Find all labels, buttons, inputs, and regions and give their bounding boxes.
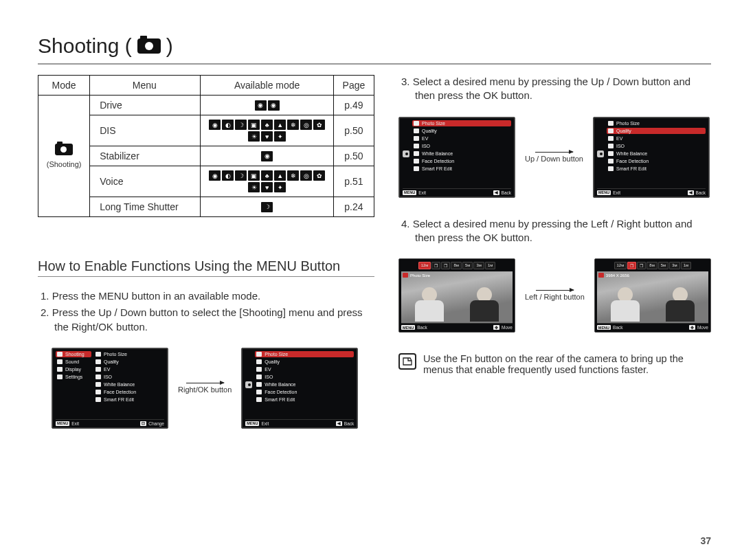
camera-icon (137, 38, 161, 54)
mode-cell: (Shooting) (38, 96, 90, 217)
section-subtitle: How to Enable Functions Using the MENU B… (38, 258, 374, 277)
lcd-screen: Photo Size Quality EV ISO White Balance … (241, 348, 358, 429)
page-title: Shooting ( ) (38, 34, 715, 58)
table-row-avail: ◉◉ (201, 96, 333, 115)
table-row-page: p.50 (333, 115, 374, 146)
table-row-menu: Stabilizer (90, 146, 201, 166)
arrow-label: Up / Down button (525, 152, 583, 163)
mode-icon: ◉ (268, 100, 280, 111)
camera-icon (245, 381, 252, 388)
title-suffix: ) (166, 34, 173, 58)
table-row-avail: ◉◐☽▣♣▲❄ ◎✿☀♥✦ (201, 115, 333, 146)
camera-icon (597, 150, 604, 157)
table-row-page: p.50 (333, 146, 374, 166)
table-row-menu: DIS (90, 115, 201, 146)
table-header-menu: Menu (90, 76, 201, 96)
lcd-screen: Shooting Sound Display Settings Photo Si… (52, 348, 168, 429)
note-text: Use the Fn button on the rear of the cam… (423, 353, 711, 375)
step-1: 1. Press the MENU button in an available… (38, 289, 374, 303)
screens-row-right-1: Photo Size Quality EV ISO White Balance … (398, 117, 711, 198)
table-row-menu: Long Time Shutter (90, 197, 201, 217)
camera-icon (403, 150, 409, 157)
table-row-menu: Voice (90, 166, 201, 197)
table-row-menu: Drive (90, 96, 201, 115)
note: Use the Fn button on the rear of the cam… (398, 353, 711, 375)
table-header-mode: Mode (38, 76, 90, 96)
photo-lcd: 12м ❐ ❐ 8м 5м 3м 1м Photo Size MENUBack … (398, 258, 515, 333)
lcd-screen: Photo Size Quality EV ISO White Balance … (398, 117, 515, 198)
camera-icon (55, 144, 73, 155)
mode-icon: ◉ (255, 100, 267, 111)
arrow-caption: Left / Right button (525, 293, 585, 301)
mode-menu-table: Mode Menu Available mode Page (Shooting)… (38, 75, 374, 217)
step-2: 2. Press the Up / Down button to select … (38, 306, 374, 334)
arrow-label: Left / Right button (525, 290, 585, 301)
title-text: Shooting ( (38, 34, 132, 58)
mode-label: (Shooting) (44, 160, 84, 168)
table-row-page: p.51 (333, 166, 374, 197)
screens-row-left: Shooting Sound Display Settings Photo Si… (52, 348, 374, 429)
note-icon (398, 353, 416, 370)
arrow-caption: Up / Down button (525, 155, 583, 163)
table-row-page: p.49 (333, 96, 374, 115)
page-number: 37 (700, 535, 711, 546)
photo-lcd: 12м ❐ ❐ 8м 5м 3м 1м 3984 X 2656 MENUBack… (594, 258, 711, 333)
arrow-icon (186, 383, 224, 383)
table-header-available: Available mode (201, 76, 333, 96)
title-rule (38, 63, 711, 65)
step-3: 3. Select a desired menu by pressing the… (398, 75, 711, 103)
mode-icon: ◉ (261, 151, 273, 161)
lcd-item-selected: Shooting (56, 351, 91, 357)
table-row-avail: ◉◐☽▣♣▲❄ ◎✿☀♥✦ (201, 166, 333, 197)
table-row-avail: ☽ (201, 197, 333, 217)
mode-icon: ☽ (261, 202, 273, 212)
screens-row-right-2: 12м ❐ ❐ 8м 5м 3м 1м Photo Size MENUBack … (398, 258, 711, 333)
table-row-avail: ◉ (201, 146, 333, 166)
arrow-caption: Right/OK button (178, 385, 232, 394)
arrow-label: Right/OK button (178, 383, 232, 394)
table-header-page: Page (333, 76, 374, 96)
table-row-page: p.24 (333, 197, 374, 217)
step-4: 4. Select a desired menu by pressing the… (398, 217, 711, 245)
arrow-icon (536, 290, 574, 291)
lcd-screen: Photo Size Quality EV ISO White Balance … (593, 117, 710, 198)
arrow-icon (535, 152, 573, 153)
